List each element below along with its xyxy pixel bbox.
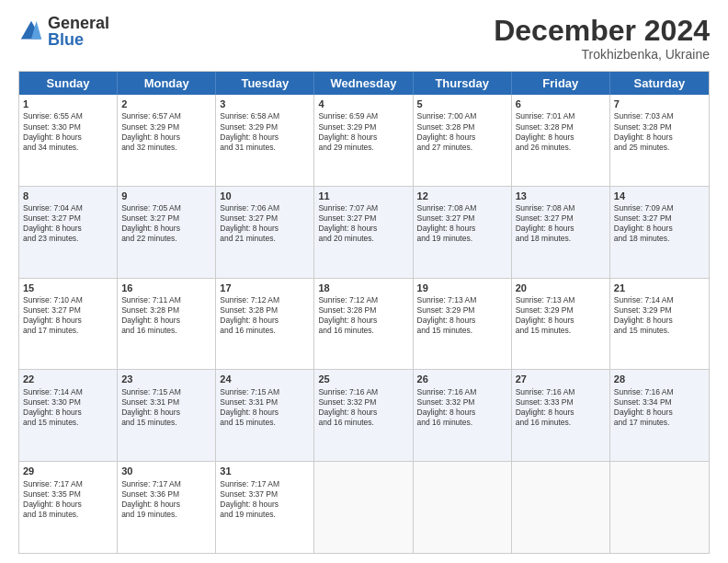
empty-cell-4-6 bbox=[610, 462, 709, 553]
day-info-line-0: Sunrise: 7:06 AM bbox=[220, 203, 310, 213]
day-number: 29 bbox=[23, 465, 113, 477]
day-info-line-2: Daylight: 8 hours bbox=[614, 316, 705, 326]
day-number: 7 bbox=[614, 98, 705, 110]
day-cell-23: 23Sunrise: 7:15 AMSunset: 3:31 PMDayligh… bbox=[118, 370, 216, 461]
day-number: 10 bbox=[220, 190, 310, 202]
header-day-saturday: Saturday bbox=[610, 72, 709, 95]
day-info-line-2: Daylight: 8 hours bbox=[318, 316, 408, 326]
day-info-line-1: Sunset: 3:29 PM bbox=[318, 122, 408, 132]
day-cell-1: 1Sunrise: 6:55 AMSunset: 3:30 PMDaylight… bbox=[19, 95, 118, 186]
day-info-line-0: Sunrise: 7:13 AM bbox=[417, 295, 507, 305]
calendar-row-4: 29Sunrise: 7:17 AMSunset: 3:35 PMDayligh… bbox=[19, 462, 709, 553]
day-cell-24: 24Sunrise: 7:15 AMSunset: 3:31 PMDayligh… bbox=[216, 370, 314, 461]
day-info-line-0: Sunrise: 7:16 AM bbox=[318, 387, 408, 397]
header-day-thursday: Thursday bbox=[414, 72, 512, 95]
day-info-line-1: Sunset: 3:28 PM bbox=[220, 305, 310, 316]
day-info-line-2: Daylight: 8 hours bbox=[417, 224, 507, 234]
day-info-line-2: Daylight: 8 hours bbox=[121, 316, 211, 326]
header-day-sunday: Sunday bbox=[19, 72, 118, 95]
header-day-monday: Monday bbox=[118, 72, 216, 95]
calendar-row-0: 1Sunrise: 6:55 AMSunset: 3:30 PMDaylight… bbox=[19, 95, 709, 187]
day-info-line-0: Sunrise: 7:00 AM bbox=[417, 111, 507, 121]
day-info-line-2: Daylight: 8 hours bbox=[417, 132, 507, 143]
day-info-line-3: and 29 minutes. bbox=[318, 143, 408, 153]
day-info-line-3: and 25 minutes. bbox=[614, 143, 705, 153]
day-cell-2: 2Sunrise: 6:57 AMSunset: 3:29 PMDaylight… bbox=[118, 95, 216, 186]
empty-cell-4-3 bbox=[314, 462, 413, 553]
day-info-line-1: Sunset: 3:28 PM bbox=[614, 122, 705, 132]
day-info-line-1: Sunset: 3:27 PM bbox=[516, 213, 606, 224]
day-info-line-0: Sunrise: 7:03 AM bbox=[614, 111, 705, 121]
day-info-line-3: and 18 minutes. bbox=[23, 510, 113, 520]
day-number: 18 bbox=[318, 282, 408, 294]
header-day-friday: Friday bbox=[512, 72, 610, 95]
day-number: 30 bbox=[121, 465, 211, 477]
day-cell-7: 7Sunrise: 7:03 AMSunset: 3:28 PMDaylight… bbox=[610, 95, 709, 186]
day-cell-28: 28Sunrise: 7:16 AMSunset: 3:34 PMDayligh… bbox=[610, 370, 709, 461]
day-info-line-2: Daylight: 8 hours bbox=[220, 224, 310, 234]
day-info-line-2: Daylight: 8 hours bbox=[220, 316, 310, 326]
day-info-line-1: Sunset: 3:27 PM bbox=[318, 213, 408, 224]
day-info-line-0: Sunrise: 7:16 AM bbox=[614, 387, 705, 397]
day-info-line-2: Daylight: 8 hours bbox=[516, 224, 606, 234]
day-info-line-0: Sunrise: 7:17 AM bbox=[121, 479, 211, 489]
day-info-line-3: and 26 minutes. bbox=[516, 143, 606, 153]
day-info-line-3: and 34 minutes. bbox=[23, 143, 113, 153]
logo-blue-text: Blue bbox=[48, 31, 109, 48]
day-info-line-2: Daylight: 8 hours bbox=[23, 500, 113, 510]
day-info-line-2: Daylight: 8 hours bbox=[318, 132, 408, 143]
day-info-line-0: Sunrise: 7:10 AM bbox=[23, 295, 113, 305]
day-info-line-3: and 15 minutes. bbox=[121, 418, 211, 428]
empty-cell-4-5 bbox=[512, 462, 610, 553]
day-number: 28 bbox=[614, 373, 705, 385]
day-info-line-1: Sunset: 3:31 PM bbox=[220, 397, 310, 408]
day-cell-17: 17Sunrise: 7:12 AMSunset: 3:28 PMDayligh… bbox=[216, 279, 314, 370]
logo: General Blue bbox=[18, 15, 109, 48]
day-info-line-0: Sunrise: 7:14 AM bbox=[23, 387, 113, 397]
calendar-header: SundayMondayTuesdayWednesdayThursdayFrid… bbox=[19, 72, 709, 95]
day-number: 12 bbox=[417, 190, 507, 202]
day-info-line-2: Daylight: 8 hours bbox=[318, 224, 408, 234]
day-number: 5 bbox=[417, 98, 507, 110]
day-cell-13: 13Sunrise: 7:08 AMSunset: 3:27 PMDayligh… bbox=[512, 187, 610, 278]
day-cell-20: 20Sunrise: 7:13 AMSunset: 3:29 PMDayligh… bbox=[512, 279, 610, 370]
day-number: 26 bbox=[417, 373, 507, 385]
day-info-line-0: Sunrise: 7:17 AM bbox=[220, 479, 310, 489]
calendar-row-1: 8Sunrise: 7:04 AMSunset: 3:27 PMDaylight… bbox=[19, 187, 709, 279]
day-info-line-3: and 15 minutes. bbox=[220, 418, 310, 428]
day-number: 1 bbox=[23, 98, 113, 110]
day-info-line-3: and 19 minutes. bbox=[417, 234, 507, 244]
day-info-line-0: Sunrise: 7:14 AM bbox=[614, 295, 705, 305]
day-info-line-3: and 16 minutes. bbox=[220, 326, 310, 336]
title-block: December 2024 Trokhizbenka, Ukraine bbox=[494, 15, 710, 62]
day-info-line-3: and 19 minutes. bbox=[121, 510, 211, 520]
day-info-line-0: Sunrise: 6:55 AM bbox=[23, 111, 113, 121]
day-info-line-0: Sunrise: 7:05 AM bbox=[121, 203, 211, 213]
logo-general-text: General bbox=[48, 15, 109, 31]
day-info-line-0: Sunrise: 6:57 AM bbox=[121, 111, 211, 121]
day-cell-18: 18Sunrise: 7:12 AMSunset: 3:28 PMDayligh… bbox=[314, 279, 413, 370]
day-info-line-1: Sunset: 3:34 PM bbox=[614, 397, 705, 408]
day-number: 24 bbox=[220, 373, 310, 385]
day-info-line-1: Sunset: 3:29 PM bbox=[417, 305, 507, 316]
day-info-line-3: and 16 minutes. bbox=[318, 326, 408, 336]
day-info-line-3: and 22 minutes. bbox=[121, 234, 211, 244]
day-info-line-1: Sunset: 3:29 PM bbox=[516, 305, 606, 316]
day-info-line-1: Sunset: 3:36 PM bbox=[121, 489, 211, 500]
calendar: SundayMondayTuesdayWednesdayThursdayFrid… bbox=[18, 71, 710, 554]
day-info-line-1: Sunset: 3:29 PM bbox=[121, 122, 211, 132]
day-info-line-2: Daylight: 8 hours bbox=[614, 132, 705, 143]
day-info-line-0: Sunrise: 7:16 AM bbox=[417, 387, 507, 397]
day-cell-5: 5Sunrise: 7:00 AMSunset: 3:28 PMDaylight… bbox=[414, 95, 512, 186]
day-cell-4: 4Sunrise: 6:59 AMSunset: 3:29 PMDaylight… bbox=[314, 95, 413, 186]
calendar-title: December 2024 bbox=[494, 15, 710, 47]
day-number: 2 bbox=[121, 98, 211, 110]
day-info-line-2: Daylight: 8 hours bbox=[23, 224, 113, 234]
day-number: 9 bbox=[121, 190, 211, 202]
day-info-line-1: Sunset: 3:37 PM bbox=[220, 489, 310, 500]
day-cell-26: 26Sunrise: 7:16 AMSunset: 3:32 PMDayligh… bbox=[414, 370, 512, 461]
day-info-line-3: and 31 minutes. bbox=[220, 143, 310, 153]
day-info-line-0: Sunrise: 7:07 AM bbox=[318, 203, 408, 213]
day-cell-25: 25Sunrise: 7:16 AMSunset: 3:32 PMDayligh… bbox=[314, 370, 413, 461]
day-info-line-0: Sunrise: 7:15 AM bbox=[121, 387, 211, 397]
